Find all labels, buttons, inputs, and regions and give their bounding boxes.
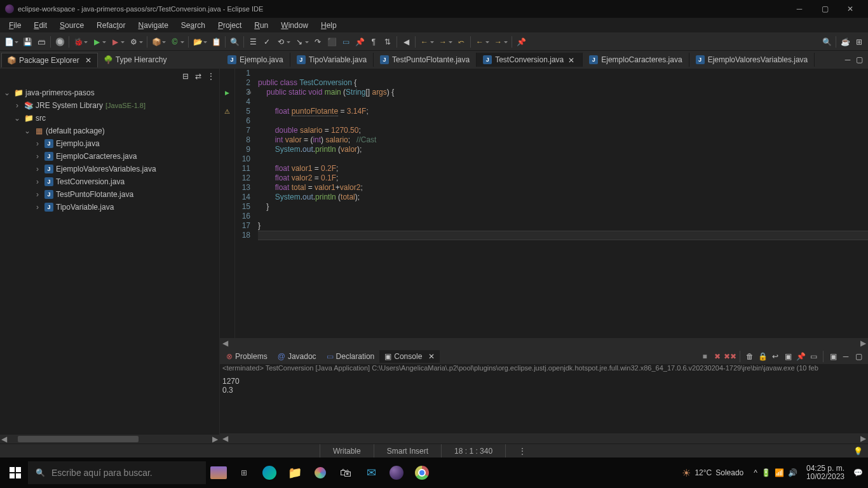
taskbar-search[interactable]: 🔍 Escribe aquí para buscar.	[28, 461, 206, 484]
menu-edit[interactable]: Edit	[27, 19, 53, 32]
step-over-icon[interactable]: ↷	[311, 36, 324, 48]
chevron-right-icon[interactable]: ›	[13, 101, 22, 110]
clear-console-icon[interactable]: 🗑	[744, 351, 756, 362]
scroll-lock-icon[interactable]: 🔒	[757, 351, 768, 362]
tree-project[interactable]: ⌄ 📁 java-primeros-pasos	[0, 86, 219, 99]
menu-window[interactable]: Window	[275, 19, 315, 32]
last-edit-icon[interactable]: ⤺	[455, 36, 468, 48]
menu-navigate[interactable]: Navigate	[132, 19, 174, 32]
editor-tab-active[interactable]: JTestConversion.java✕	[477, 53, 583, 67]
open-perspective-icon[interactable]: ⊞	[853, 36, 865, 48]
maximize-button[interactable]: ▢	[812, 0, 837, 18]
tip-icon[interactable]: 💡	[853, 447, 863, 456]
chevron-right-icon[interactable]: ›	[33, 139, 42, 148]
perspective-java-icon[interactable]: ☕	[839, 36, 851, 48]
menu-source[interactable]: Source	[53, 19, 90, 32]
terminate-icon[interactable]: ■	[699, 351, 710, 362]
volume-icon[interactable]: 🔊	[788, 468, 797, 477]
tab-console[interactable]: ▣Console✕	[379, 350, 440, 363]
next2-icon[interactable]: →	[492, 36, 505, 48]
remove-all-icon[interactable]: ✖✖	[724, 351, 736, 362]
forward-icon[interactable]: →	[437, 36, 449, 48]
edge-icon[interactable]	[257, 460, 282, 485]
tree-file[interactable]: ›J EjemploValoresVariables.java	[0, 163, 219, 175]
sort-icon[interactable]: ⇅	[381, 36, 394, 48]
tree-src[interactable]: ⌄ 📁 src	[0, 112, 219, 125]
tree-file[interactable]: ›J EjemploCaracteres.java	[0, 150, 219, 163]
max-icon[interactable]: ▢	[853, 351, 864, 362]
save-icon[interactable]: 💾	[21, 36, 34, 48]
toggle-icon[interactable]: 🔘	[53, 36, 66, 48]
chevron-down-icon[interactable]: ⌄	[3, 88, 11, 97]
collapse-all-icon[interactable]: ⊟	[180, 71, 191, 82]
taskbar-app[interactable]	[206, 460, 231, 485]
battery-icon[interactable]: 🔋	[761, 468, 771, 477]
coverage-icon[interactable]: ▶	[109, 36, 121, 48]
eclipse-icon[interactable]	[384, 460, 409, 485]
pin-console-icon[interactable]: 📌	[795, 351, 806, 362]
explorer-icon[interactable]: 📁	[282, 460, 308, 485]
open-task-icon[interactable]: 📋	[210, 36, 222, 48]
tree-file[interactable]: ›J TipoVariable.java	[0, 201, 219, 214]
editor-tab[interactable]: JTestPuntoFlotante.java	[374, 53, 477, 67]
menu-project[interactable]: Project	[212, 19, 248, 32]
editor-hscroll[interactable]: ◀ ▶	[220, 338, 868, 348]
console-output[interactable]: 1270 0.3	[220, 376, 868, 433]
expression-icon[interactable]: ▭	[339, 36, 352, 48]
open-type-icon[interactable]: 📂	[191, 36, 204, 48]
open-console-icon[interactable]: ▣	[827, 351, 839, 362]
editor-tab[interactable]: JEjemploCaracteres.java	[583, 53, 689, 67]
editor-tab[interactable]: JEjemplo.java	[221, 53, 290, 67]
tab-declaration[interactable]: ▭Declaration	[322, 350, 380, 363]
menu-refactor[interactable]: Refactor	[90, 19, 132, 32]
store-icon[interactable]: 🛍	[333, 460, 358, 485]
link-editor-icon[interactable]: ⇄	[193, 71, 204, 82]
chevron-down-icon[interactable]: ⌄	[13, 114, 22, 123]
back-icon[interactable]: ←	[418, 36, 431, 48]
minimize-editor-icon[interactable]: ─	[843, 55, 853, 65]
code-content[interactable]: public class TestConversion { public sta…	[254, 69, 868, 338]
tree-file[interactable]: ›J TestPuntoFlotante.java	[0, 188, 219, 201]
new-icon[interactable]: 📄	[3, 36, 15, 48]
breakpoint-icon[interactable]: ⬛	[325, 36, 338, 48]
menu-run[interactable]: Run	[248, 19, 275, 32]
taskbar-clock[interactable]: 04:25 p. m. 10/02/2023	[801, 464, 850, 481]
tab-javadoc[interactable]: @Javadoc	[273, 350, 322, 363]
save-all-icon[interactable]: 🗃	[35, 36, 48, 48]
run-icon[interactable]: ▶	[90, 36, 103, 48]
weather-icon[interactable]: ☀	[682, 467, 691, 479]
display-icon[interactable]: ▭	[808, 351, 819, 362]
tree-file[interactable]: ›J TestConversion.java	[0, 175, 219, 188]
sidebar-hscroll[interactable]: ◀ ▶	[0, 435, 219, 444]
chrome-icon[interactable]	[409, 460, 435, 485]
tree-jre[interactable]: › 📚 JRE System Library [JavaSE-1.8]	[0, 99, 219, 112]
start-button[interactable]	[3, 460, 28, 485]
min-icon[interactable]: ─	[840, 351, 851, 362]
tab-package-explorer[interactable]: 📦 Package Explorer ✕	[1, 53, 98, 67]
close-button[interactable]: ✕	[837, 0, 863, 18]
status-menu-icon[interactable]: ⋮	[505, 444, 539, 458]
outline-icon[interactable]: ☰	[247, 36, 259, 48]
show-console-icon[interactable]: ▣	[782, 351, 794, 362]
scroll-left-icon[interactable]: ◀	[220, 338, 230, 348]
pin-icon[interactable]: 📌	[353, 36, 366, 48]
annotation-icon[interactable]: ⟲	[275, 36, 287, 48]
mail-icon[interactable]: ✉	[358, 460, 384, 485]
prev-annotation-icon[interactable]: ◀	[400, 36, 412, 48]
view-menu-icon[interactable]: ⋮	[205, 71, 217, 82]
menu-file[interactable]: File	[3, 19, 27, 32]
word-wrap-icon[interactable]: ↩	[770, 351, 781, 362]
pin-editor-icon[interactable]: 📌	[515, 36, 527, 48]
tree-file[interactable]: › J Ejemplo.java	[0, 137, 219, 150]
menu-help[interactable]: Help	[315, 19, 343, 32]
tray-chevron-icon[interactable]: ^	[754, 468, 757, 477]
new-class-icon[interactable]: ©	[168, 36, 181, 48]
scroll-right-icon[interactable]: ▶	[858, 338, 868, 348]
tab-problems[interactable]: ⊗Problems	[221, 350, 273, 363]
separator-icon[interactable]: ¶	[367, 36, 380, 48]
debug-icon[interactable]: 🐞	[72, 36, 85, 48]
maximize-editor-icon[interactable]: ▢	[854, 55, 864, 65]
next-icon[interactable]: ←	[473, 36, 486, 48]
tab-type-hierarchy[interactable]: 🌳 Type Hierarchy	[98, 52, 173, 67]
search-icon[interactable]: 🔍	[228, 36, 241, 48]
